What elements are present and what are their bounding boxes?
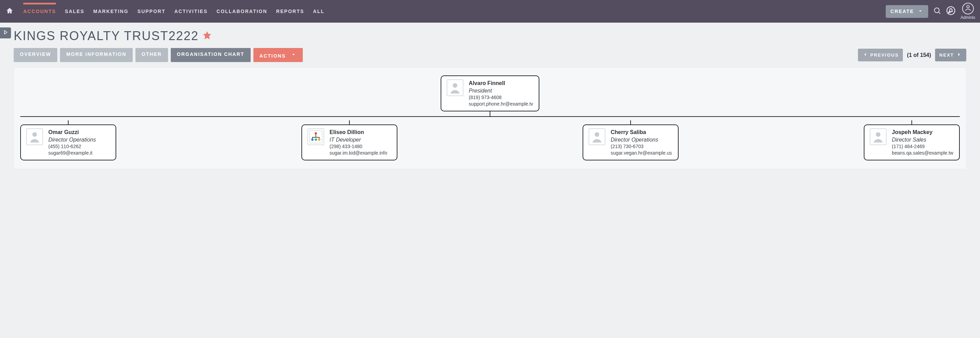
nav-all[interactable]: ALL xyxy=(313,9,325,14)
user-menu[interactable]: Adminis xyxy=(961,3,975,20)
svg-point-11 xyxy=(876,132,880,137)
chevron-down-icon xyxy=(917,8,923,15)
svg-point-2 xyxy=(967,5,969,8)
svg-point-6 xyxy=(315,132,317,135)
svg-point-3 xyxy=(453,83,457,88)
tab-actions[interactable]: ACTIONS xyxy=(253,48,303,62)
top-nav: ACCOUNTS SALES MARKETING SUPPORT ACTIVIT… xyxy=(0,0,980,23)
org-card-title: Director Sales xyxy=(892,136,953,144)
tabs-row: OVERVIEW MORE INFORMATION OTHER ORGANISA… xyxy=(14,48,966,62)
home-icon xyxy=(5,7,14,16)
org-card-name: Cherry Saliba xyxy=(611,129,672,136)
tab-label: OVERVIEW xyxy=(20,51,51,57)
svg-point-4 xyxy=(32,132,37,137)
previous-button[interactable]: PREVIOUS xyxy=(858,49,903,61)
avatar-placeholder xyxy=(589,129,605,145)
org-card-email: support.phone.hr@example.tv xyxy=(469,101,533,107)
org-card-meta: Alvaro Finnell President (819) 973-4608 … xyxy=(469,79,533,107)
chat-button[interactable] xyxy=(946,6,956,17)
svg-point-7 xyxy=(311,138,314,141)
tabs: OVERVIEW MORE INFORMATION OTHER ORGANISA… xyxy=(14,48,303,62)
avatar-label: Adminis xyxy=(961,15,975,20)
branch-cols: Omar Guzzi Director Operations (455) 110… xyxy=(20,116,960,160)
tab-other[interactable]: OTHER xyxy=(135,48,168,62)
connector xyxy=(490,111,490,116)
nav-reports[interactable]: REPORTS xyxy=(276,9,304,14)
org-card-name: Eliseo Dillion xyxy=(329,129,387,136)
chevron-left-icon xyxy=(862,51,868,59)
nav-right: CREATE xyxy=(886,3,975,20)
org-card-phone: (819) 973-4608 xyxy=(469,94,533,101)
side-drawer-toggle[interactable] xyxy=(0,27,11,38)
org-col: Omar Guzzi Director Operations (455) 110… xyxy=(20,120,116,160)
avatar-placeholder xyxy=(447,79,463,96)
org-chart: Alvaro Finnell President (819) 973-4608 … xyxy=(20,74,960,160)
org-card-phone: (171) 484-2469 xyxy=(892,143,953,150)
org-card[interactable]: Jospeh Mackey Director Sales (171) 484-2… xyxy=(864,124,960,160)
next-button[interactable]: NEXT xyxy=(935,49,966,61)
nav-marketing[interactable]: MARKETING xyxy=(93,9,129,14)
avatar-placeholder xyxy=(870,129,886,145)
create-button[interactable]: CREATE xyxy=(886,5,929,18)
nav-item-label: SALES xyxy=(65,9,84,14)
org-card-root[interactable]: Alvaro Finnell President (819) 973-4608 … xyxy=(441,75,539,111)
tab-label: ORGANISATION CHART xyxy=(177,51,245,57)
page-title-row: KINGS ROYALTY TRUST2222 xyxy=(14,29,966,43)
search-icon xyxy=(933,6,941,16)
org-card-phone: (298) 433-1480 xyxy=(329,143,387,150)
nav-collaboration[interactable]: COLLABORATION xyxy=(217,9,267,14)
next-label: NEXT xyxy=(939,52,954,57)
org-col: Cherry Saliba Director Operations (213) … xyxy=(582,120,679,160)
org-card-email: sugar.vegan.hr@example.us xyxy=(611,150,672,156)
nav-activities[interactable]: ACTIVITIES xyxy=(175,9,208,14)
search-button[interactable] xyxy=(933,6,941,16)
org-card[interactable]: Cherry Saliba Director Operations (213) … xyxy=(582,124,679,160)
svg-point-10 xyxy=(595,132,599,137)
connector xyxy=(912,120,912,124)
org-branch: Omar Guzzi Director Operations (455) 110… xyxy=(20,116,960,160)
page-title: KINGS ROYALTY TRUST2222 xyxy=(14,29,199,43)
org-chart-panel: Alvaro Finnell President (819) 973-4608 … xyxy=(14,68,966,169)
svg-point-8 xyxy=(315,138,317,141)
nav-item-label: MARKETING xyxy=(93,9,129,14)
user-icon xyxy=(964,4,972,13)
nav-accounts[interactable]: ACCOUNTS xyxy=(23,9,56,14)
org-card[interactable]: Omar Guzzi Director Operations (455) 110… xyxy=(20,124,116,160)
org-card[interactable]: Eliseo Dillion IT Developer (298) 433-14… xyxy=(301,124,398,160)
org-card-email: beans.qa.sales@example.tw xyxy=(892,150,953,156)
tab-more-information[interactable]: MORE INFORMATION xyxy=(60,48,133,62)
nav-left: ACCOUNTS SALES MARKETING SUPPORT ACTIVIT… xyxy=(5,7,325,16)
nav-support[interactable]: SUPPORT xyxy=(137,9,165,14)
connector xyxy=(68,120,68,124)
tab-label: MORE INFORMATION xyxy=(66,51,127,57)
nav-sales[interactable]: SALES xyxy=(65,9,84,14)
connector xyxy=(630,120,631,124)
svg-point-9 xyxy=(318,138,321,141)
org-card-meta: Omar Guzzi Director Operations (455) 110… xyxy=(48,129,96,156)
org-hierarchy-thumbnail xyxy=(307,129,324,145)
chevron-down-icon xyxy=(290,53,297,59)
nav-item-label: SUPPORT xyxy=(137,9,165,14)
org-card-name: Omar Guzzi xyxy=(48,129,96,136)
nav-item-label: ACTIVITIES xyxy=(175,9,208,14)
org-col: Jospeh Mackey Director Sales (171) 484-2… xyxy=(864,120,960,160)
org-card-name: Jospeh Mackey xyxy=(892,129,953,136)
tab-organisation-chart[interactable]: ORGANISATION CHART xyxy=(171,48,251,62)
nav-home[interactable] xyxy=(5,7,14,16)
star-icon[interactable] xyxy=(202,30,212,41)
nav-item-label: COLLABORATION xyxy=(217,9,267,14)
org-card-email: sugar.im.kid@example.info xyxy=(329,150,387,156)
org-card-title: President xyxy=(469,87,533,95)
org-card-title: Director Operations xyxy=(611,136,672,144)
org-card-title: IT Developer xyxy=(329,136,387,144)
triangle-right-icon xyxy=(2,29,9,36)
chevron-right-icon xyxy=(956,51,962,59)
avatar xyxy=(962,3,974,14)
branch-rail xyxy=(20,116,960,117)
org-card-meta: Cherry Saliba Director Operations (213) … xyxy=(611,129,672,156)
org-card-phone: (455) 110-6262 xyxy=(48,143,96,150)
svg-point-0 xyxy=(934,8,939,13)
tab-overview[interactable]: OVERVIEW xyxy=(14,48,57,62)
avatar-placeholder xyxy=(26,129,43,145)
org-card-meta: Jospeh Mackey Director Sales (171) 484-2… xyxy=(892,129,953,156)
